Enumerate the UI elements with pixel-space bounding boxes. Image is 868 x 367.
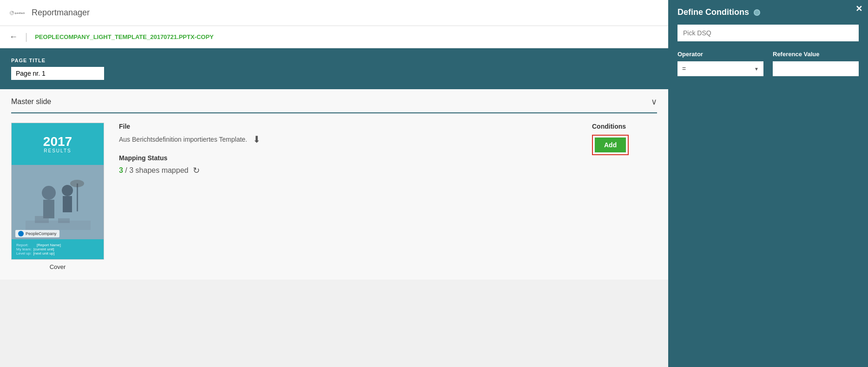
mapping-status-label: Mapping Status	[119, 154, 577, 162]
svg-point-10	[70, 180, 84, 187]
breadcrumb-divider: |	[25, 32, 27, 42]
svg-rect-12	[35, 216, 49, 223]
right-panel-title: Define Conditions	[677, 7, 749, 17]
pick-dsq-input[interactable]	[677, 25, 859, 41]
back-arrow-button[interactable]: ←	[9, 32, 18, 42]
main-area: questback Reportmanager ← | PEOPLECOMPAN…	[0, 0, 668, 367]
master-slide-title: Master slide	[11, 98, 51, 106]
thumb-team-label: My team:	[16, 247, 32, 251]
ref-value-input[interactable]	[773, 61, 859, 76]
thumb-company-overlay: PeopleCompany	[15, 230, 59, 237]
thumb-level-value: [next unit up]	[33, 251, 54, 256]
thumb-photo-svg	[12, 165, 104, 239]
thumb-caption: Cover	[11, 263, 104, 270]
download-icon[interactable]: ⬇	[253, 134, 261, 145]
status-circle	[754, 9, 760, 16]
shapes-mapped-text: 3 / 3 shapes mapped	[119, 166, 188, 175]
ref-value-label: Reference Value	[773, 51, 859, 58]
svg-text:questback: questback	[14, 12, 25, 14]
master-slide-header[interactable]: Master slide ∨	[11, 89, 657, 113]
conditions-label: Conditions	[592, 123, 657, 130]
conditions-column: Conditions Add	[592, 123, 657, 155]
page-title-input[interactable]	[11, 67, 104, 80]
breadcrumb-path: PEOPLECOMPANY_LIGHT_TEMPLATE_20170721.PP…	[35, 33, 214, 40]
operator-section: Operator = != < > <= >=	[677, 51, 763, 76]
thumb-company-name: PeopleCompany	[26, 231, 57, 236]
right-panel-title-row: Define Conditions	[677, 7, 760, 17]
thumb-bottom: Report: [Report Name] My team: [current …	[12, 239, 104, 259]
ref-value-section: Reference Value	[773, 51, 859, 76]
thumb-report-value: [Report Name]	[37, 243, 61, 247]
operator-ref-row: Operator = != < > <= >= Reference Value	[677, 51, 859, 76]
right-panel-content: Operator = != < > <= >= Reference Value	[668, 25, 868, 85]
app-name: Reportmanager	[32, 8, 90, 18]
operator-select[interactable]: = != < > <= >=	[677, 61, 763, 76]
thumb-year: 2017	[43, 135, 72, 148]
master-slide-section: Master slide ∨ 2017 RESULTS	[0, 89, 668, 280]
right-panel: Define Conditions ✕ Operator = != < > <=…	[668, 0, 868, 367]
file-description-row: Aus Berichtsdefinition importiertes Temp…	[119, 134, 577, 145]
thumb-level-label: Level up:	[16, 251, 31, 256]
slide-thumbnail-wrapper: 2017 RESULTS	[11, 123, 104, 270]
svg-point-5	[42, 186, 56, 200]
svg-rect-6	[43, 200, 54, 218]
content-area: PAGE TITLE Master slide ∨ 2017 RESULTS	[0, 48, 668, 367]
thumb-results: RESULTS	[43, 148, 72, 153]
file-info: File Aus Berichtsdefinition importiertes…	[119, 123, 577, 176]
thumb-photo: PeopleCompany	[12, 165, 104, 239]
svg-point-7	[62, 185, 73, 196]
svg-point-2	[13, 11, 13, 12]
operator-select-wrapper: = != < > <= >=	[677, 61, 763, 76]
logo-area: questback Reportmanager	[9, 5, 90, 21]
thumb-bottom-label: Report:	[16, 243, 35, 247]
thumb-team-value: [current unit]	[33, 247, 54, 251]
mapping-status-row: 3 / 3 shapes mapped ↻	[119, 165, 577, 176]
svg-rect-8	[63, 196, 72, 212]
operator-label: Operator	[677, 51, 763, 58]
questback-logo: questback	[9, 5, 26, 21]
file-label: File	[119, 123, 577, 130]
file-description: Aus Berichtsdefinition importiertes Temp…	[119, 136, 247, 143]
shapes-mapped-total: / 3 shapes mapped	[125, 166, 188, 174]
breadcrumb-bar: ← | PEOPLECOMPANY_LIGHT_TEMPLATE_2017072…	[0, 26, 668, 48]
svg-rect-9	[77, 184, 78, 211]
right-panel-header: Define Conditions ✕	[668, 0, 868, 25]
svg-rect-13	[58, 218, 70, 223]
add-condition-button[interactable]: Add	[595, 138, 626, 152]
page-title-label: PAGE TITLE	[11, 58, 657, 63]
slide-thumbnail: 2017 RESULTS	[11, 123, 104, 260]
page-title-section: PAGE TITLE	[0, 48, 668, 89]
shapes-mapped-count: 3	[119, 166, 123, 174]
conditions-box: Add	[592, 135, 629, 155]
chevron-down-icon: ∨	[651, 97, 657, 107]
top-nav: questback Reportmanager	[0, 0, 668, 26]
thumb-top: 2017 RESULTS	[12, 123, 104, 165]
refresh-icon[interactable]: ↻	[193, 165, 200, 176]
close-button[interactable]: ✕	[855, 4, 862, 14]
slide-content: 2017 RESULTS	[11, 113, 657, 280]
thumb-logo-circle	[18, 231, 24, 236]
